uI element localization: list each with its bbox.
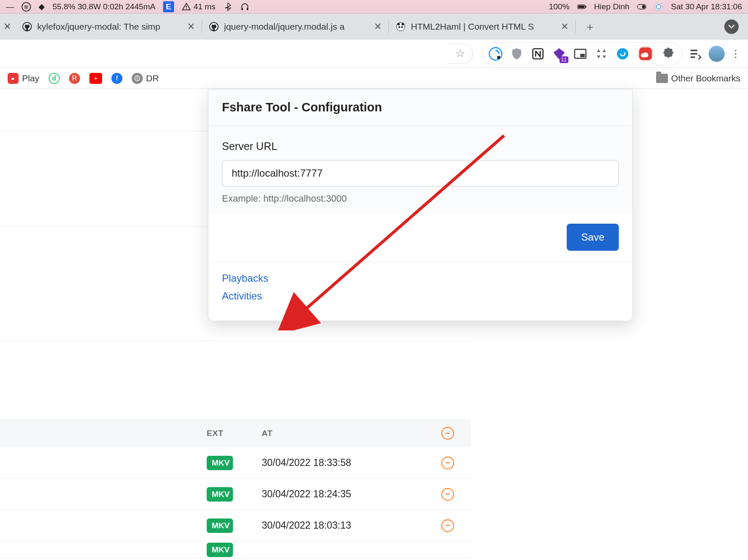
extension-pip-icon[interactable]	[573, 47, 587, 61]
bookmark-play[interactable]: Play	[8, 73, 39, 84]
server-url-input[interactable]	[222, 160, 619, 186]
close-icon[interactable]: ✕	[374, 21, 382, 32]
tab-3-title: HTML2Haml | Convert HTML S	[411, 22, 556, 32]
tab-2[interactable]: jquery-modal/jquery.modal.js a ✕	[202, 16, 388, 37]
extension-refresh-icon[interactable]	[616, 47, 629, 61]
d-icon: d	[49, 73, 60, 84]
browser-toolbar: ☆ 11 ⋮	[0, 40, 748, 68]
browser-tab-strip: ✕ kylefox/jquery-modal: The simp ✕ jquer…	[0, 14, 748, 40]
facebook-icon: f	[111, 73, 122, 84]
svg-rect-3	[241, 7, 243, 10]
table-row: MKV 30/04/2022 18:33:58 −	[0, 447, 471, 479]
panda-icon	[396, 22, 406, 32]
cloud-icon	[8, 73, 19, 84]
extension-popup: Fshare Tool - Configuration Server URL E…	[208, 89, 633, 321]
table-header: EXT AT −	[0, 419, 471, 447]
close-icon[interactable]: ✕	[187, 21, 195, 32]
folder-icon	[656, 74, 668, 83]
column-header-at: AT	[262, 429, 414, 438]
warning-icon: 41 ms	[182, 2, 216, 11]
bookmarks-bar: Play d R f DR Other Bookmarks	[0, 68, 748, 89]
youtube-icon	[89, 73, 102, 84]
extension-diamond-icon[interactable]: 11	[552, 47, 566, 61]
battery-text: 100%	[549, 2, 570, 11]
svg-point-9	[642, 5, 645, 8]
svg-point-17	[399, 26, 400, 28]
tab-close-prev[interactable]: ✕	[3, 21, 11, 32]
bookmark-r[interactable]: R	[69, 73, 80, 84]
battery-icon	[577, 2, 587, 11]
popup-title: Fshare Tool - Configuration	[208, 89, 632, 126]
extensions-puzzle-icon[interactable]	[662, 47, 675, 61]
bookmark-youtube[interactable]	[89, 73, 102, 84]
at-cell: 30/04/2022 18:03:13	[262, 520, 351, 531]
extension-onetab-icon[interactable]	[489, 47, 502, 61]
other-bookmarks[interactable]: Other Bookmarks	[656, 73, 740, 83]
globe-icon	[132, 73, 143, 84]
at-cell: 30/04/2022 18:24:35	[262, 488, 351, 500]
tab-1[interactable]: kylefox/jquery-modal: The simp ✕	[15, 16, 202, 37]
tab-search-button[interactable]	[724, 19, 739, 34]
svg-rect-4	[247, 7, 248, 10]
ext-badge: MKV	[207, 487, 233, 502]
svg-point-15	[397, 23, 400, 25]
r-icon: R	[69, 73, 80, 84]
row-remove-button[interactable]: −	[441, 519, 454, 532]
new-tab-button[interactable]: ＋	[581, 17, 599, 36]
dash-icon: —	[6, 2, 14, 11]
svg-rect-23	[580, 54, 585, 57]
row-remove-button[interactable]: −	[441, 457, 454, 469]
column-header-action[interactable]: −	[441, 427, 454, 440]
ext-badge: MKV	[207, 543, 233, 557]
bookmark-globe[interactable]: DR	[132, 73, 159, 84]
bookmark-label: DR	[146, 73, 159, 83]
svg-point-16	[402, 23, 404, 25]
row-remove-button[interactable]: −	[441, 488, 454, 501]
bookmark-d[interactable]: d	[49, 73, 60, 84]
extension-shield-icon[interactable]	[510, 47, 524, 61]
tab-2-title: jquery-modal/jquery.modal.js a	[224, 22, 369, 32]
svg-rect-7	[585, 6, 586, 8]
spotify-icon	[22, 2, 31, 11]
username: Hiep Dinh	[594, 2, 629, 11]
browser-menu-button[interactable]: ⋮	[731, 48, 741, 60]
tab-1-title: kylefox/jquery-modal: The simp	[37, 22, 182, 32]
link-activities[interactable]: Activities	[222, 290, 619, 302]
profile-avatar[interactable]	[709, 46, 725, 62]
location-icon: ◆	[39, 2, 45, 11]
extension-fshare-icon[interactable]	[637, 45, 654, 62]
media-control-icon[interactable]	[688, 47, 702, 61]
ext-badge: MKV	[207, 518, 233, 533]
svg-point-24	[617, 48, 629, 59]
server-url-hint: Example: http://localhost:3000	[222, 193, 619, 204]
siri-icon	[654, 2, 663, 11]
minus-icon: −	[441, 457, 454, 469]
ext-badge: MKV	[207, 456, 233, 470]
app-icon-e: E	[163, 1, 174, 12]
extension-badge: 11	[560, 56, 568, 63]
bookmark-label: Other Bookmarks	[671, 73, 740, 83]
link-playbacks[interactable]: Playbacks	[222, 272, 619, 284]
omnibox-star[interactable]: ☆	[448, 44, 473, 64]
remove-all-icon: −	[441, 427, 454, 440]
column-header-ext: EXT	[207, 429, 262, 438]
github-icon	[209, 22, 219, 32]
tab-3[interactable]: HTML2Haml | Convert HTML S ✕	[389, 16, 575, 37]
bookmark-label: Play	[22, 73, 39, 83]
table-row: MKV	[0, 541, 471, 558]
macos-menu-bar: — ◆ 55.8% 30.8W 0:02h 2445mA E 41 ms 100…	[0, 0, 748, 14]
headphones-icon	[240, 2, 249, 11]
minus-icon: −	[441, 519, 454, 532]
bluetooth-icon	[223, 2, 233, 11]
svg-rect-6	[578, 5, 584, 8]
star-icon: ☆	[455, 47, 465, 60]
background-table: EXT AT − MKV 30/04/2022 18:33:58 − MKV 3…	[0, 419, 471, 558]
bookmark-facebook[interactable]: f	[111, 73, 122, 84]
extension-recycle-icon[interactable]	[595, 47, 608, 61]
extension-notion-icon[interactable]	[531, 47, 545, 61]
github-icon	[22, 22, 32, 32]
svg-point-2	[186, 8, 187, 9]
close-icon[interactable]: ✕	[561, 21, 568, 32]
server-url-label: Server URL	[222, 140, 619, 152]
save-button[interactable]: Save	[567, 224, 619, 251]
